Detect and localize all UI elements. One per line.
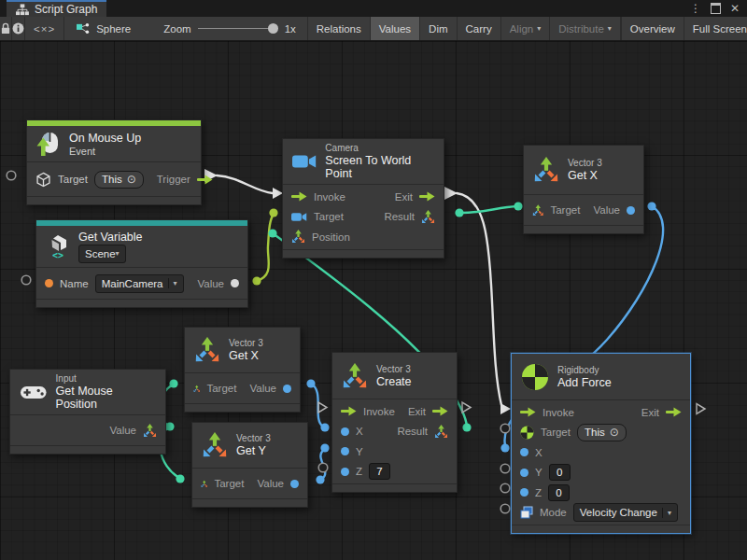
port-value-label: Value (109, 425, 136, 436)
y-value-input[interactable]: 0 (549, 464, 571, 481)
x-input-port[interactable] (341, 427, 349, 436)
value-output-port[interactable] (627, 206, 635, 215)
port-z-label: Z (535, 487, 542, 498)
gameobject-cube-icon (35, 172, 51, 188)
exit-output-port[interactable] (666, 407, 682, 417)
node-vector3-get-y[interactable]: Vector 3 Get Y Target Value (191, 422, 308, 508)
trigger-output-port[interactable] (197, 175, 213, 185)
z-input-port[interactable] (341, 468, 349, 476)
zoom-slider[interactable] (198, 23, 278, 35)
values-label: Values (379, 23, 411, 35)
node-screen-to-world-point[interactable]: Camera Screen To World Point Invoke Exit… (282, 138, 444, 259)
z-value-input[interactable]: 7 (369, 463, 390, 480)
variable-name-value: MainCamera (102, 278, 163, 289)
node-add-force[interactable]: Rigidbody Add Force Invoke Exit Target T… (511, 353, 691, 534)
port-value-label: Value (593, 204, 620, 216)
maximize-icon[interactable] (711, 3, 721, 14)
y-input-port[interactable] (341, 447, 349, 455)
camera-port-icon[interactable] (291, 212, 307, 222)
graph-name[interactable]: Sphere (96, 23, 131, 35)
full-screen-button[interactable]: Full Screen (684, 17, 747, 40)
script-graph-window: Script Graph ⋮ ✕ <×> (0, 0, 747, 560)
relations-button[interactable]: Relations (308, 17, 371, 40)
vector3-port-icon[interactable] (434, 425, 448, 439)
zoom-value: 1x (285, 23, 296, 35)
name-input-port[interactable] (45, 279, 53, 287)
values-button[interactable]: Values (371, 17, 420, 40)
tab-script-graph[interactable]: Script Graph (7, 0, 106, 17)
value-output-port[interactable] (283, 385, 291, 393)
divider (662, 508, 663, 518)
info-button[interactable] (12, 17, 25, 40)
node-surtitle: Rigidbody (557, 365, 612, 375)
code-preview-button[interactable]: <×> (25, 17, 64, 40)
vector3-port-icon[interactable] (532, 203, 543, 217)
vector3-icon (194, 337, 220, 363)
camera-icon (292, 153, 317, 170)
rigidbody-port-icon[interactable] (520, 426, 534, 440)
chevron-down-icon: ▾ (608, 24, 612, 33)
vector3-port-icon[interactable] (201, 477, 207, 491)
vector3-port-icon[interactable] (291, 230, 305, 244)
overview-button[interactable]: Overview (621, 17, 684, 40)
node-vector3-create[interactable]: Vector 3 Create Invoke Exit X Result (331, 352, 458, 493)
force-mode-dropdown[interactable]: Velocity Change ▾ (573, 503, 678, 522)
this-label: This (585, 427, 605, 438)
distribute-dropdown[interactable]: Distribute▾ (550, 17, 621, 40)
code-preview-label: <×> (34, 23, 55, 35)
exit-output-port[interactable] (432, 406, 448, 416)
this-label: This (102, 174, 122, 185)
dim-button[interactable]: Dim (420, 17, 457, 40)
force-mode-icon (520, 506, 533, 519)
object-picker-icon[interactable]: ⊙ (610, 426, 619, 439)
port-x-label: X (535, 447, 543, 458)
close-icon[interactable]: ✕ (730, 2, 740, 15)
tab-title: Script Graph (35, 3, 97, 16)
invoke-input-port[interactable] (291, 191, 307, 202)
target-this-selector[interactable]: This ⊙ (577, 424, 627, 441)
z-value-input[interactable]: 0 (548, 484, 570, 501)
node-title: Screen To World Point (325, 154, 434, 180)
carry-button[interactable]: Carry (458, 17, 501, 40)
lock-button[interactable] (0, 17, 12, 40)
node-subtitle: Event (69, 146, 141, 157)
port-y-label: Y (356, 446, 363, 457)
port-exit-label: Exit (395, 191, 413, 203)
node-footer (10, 445, 165, 454)
window-tab-bar: Script Graph ⋮ ✕ (0, 0, 747, 17)
y-input-port[interactable] (520, 469, 529, 477)
target-this-selector[interactable]: This ⊙ (94, 171, 144, 189)
chevron-down-icon: ▾ (174, 279, 177, 287)
port-name-label: Name (60, 278, 89, 289)
object-picker-icon[interactable]: ⊙ (127, 173, 136, 186)
zoom-slider-handle[interactable] (268, 23, 278, 34)
menu-icon[interactable]: ⋮ (690, 2, 701, 15)
invoke-input-port[interactable] (341, 406, 357, 416)
port-y-label: Y (535, 467, 543, 478)
relations-label: Relations (317, 23, 361, 35)
chevron-down-icon: ▾ (668, 509, 671, 517)
node-title: Create (376, 375, 412, 388)
vector3-port-icon[interactable] (421, 210, 435, 224)
divider (168, 278, 169, 288)
value-output-port[interactable] (290, 480, 299, 488)
node-get-mouse-position[interactable]: Input Get Mouse Position Value (9, 369, 166, 455)
align-dropdown[interactable]: Align▾ (501, 17, 551, 40)
value-output-port[interactable] (231, 279, 239, 287)
force-mode-value: Velocity Change (580, 507, 657, 518)
port-value-label: Value (257, 478, 284, 489)
node-vector3-get-x-top[interactable]: Vector 3 Get X Target Value (523, 145, 644, 234)
node-vector3-get-x-mid[interactable]: Vector 3 Get X Target Value (184, 327, 301, 413)
node-on-mouse-up[interactable]: On Mouse Up Event Target This ⊙ Trigger (26, 119, 202, 205)
node-get-variable[interactable]: <> Get Variable Scene ▾ Name MainCamera … (35, 219, 248, 308)
invoke-input-port[interactable] (520, 407, 536, 417)
exit-output-port[interactable] (419, 191, 435, 202)
variable-name-dropdown[interactable]: MainCamera ▾ (95, 274, 184, 293)
mouse-up-icon (36, 132, 61, 157)
z-input-port[interactable] (520, 488, 529, 497)
x-input-port[interactable] (520, 448, 529, 456)
variable-scope-dropdown[interactable]: Scene ▾ (78, 245, 126, 263)
node-footer (283, 249, 444, 258)
vector3-port-icon[interactable] (143, 424, 157, 438)
vector3-port-icon[interactable] (193, 382, 200, 396)
